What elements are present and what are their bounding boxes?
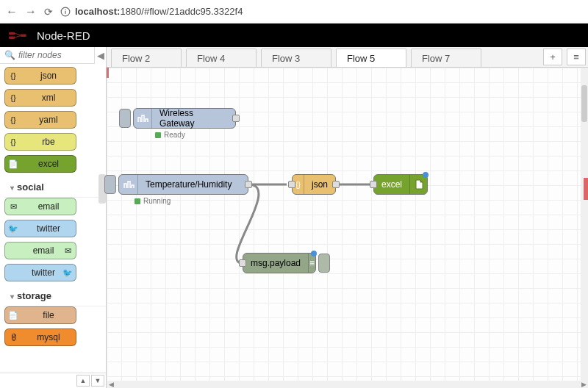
node-label: Wireless Gateway (152, 108, 235, 129)
palette-node-label: file (21, 310, 76, 320)
wireless-icon (134, 109, 152, 128)
palette-node-file[interactable]: 📄file (4, 306, 76, 324)
node-status: Running (135, 197, 171, 205)
twitter-icon: 🐦 (60, 265, 75, 281)
yaml-icon: {} (6, 112, 21, 128)
palette-up-button[interactable]: ▲ (76, 375, 90, 387)
excel-icon: 📄 (6, 156, 21, 172)
svg-rect-1 (65, 10, 65, 13)
palette-search[interactable]: 🔍 (0, 47, 94, 64)
add-tab-button[interactable]: + (543, 48, 562, 65)
svg-rect-5 (20, 35, 26, 37)
back-icon[interactable]: ← (6, 5, 18, 18)
changed-indicator (311, 251, 317, 256)
palette-node-yaml[interactable]: {}yaml (4, 111, 76, 129)
palette-node-label: twitter (21, 223, 76, 234)
palette-node-label: rbe (21, 137, 76, 147)
url-path: 1880/#flow/21addc95.3322f4 (120, 6, 243, 17)
palette-node-label: email (21, 201, 76, 212)
output-port[interactable] (232, 115, 240, 122)
debug-toggle-button[interactable] (318, 254, 330, 273)
input-port[interactable] (370, 181, 377, 188)
sensor-icon (119, 175, 138, 194)
email-icon: ✉ (6, 198, 21, 215)
tab-flow-4[interactable]: Flow 4 (186, 48, 257, 67)
input-port[interactable] (239, 259, 246, 267)
category-social[interactable]: social (4, 177, 106, 198)
tab-list-button[interactable]: ≡ (567, 48, 586, 65)
category-storage[interactable]: storage (4, 286, 106, 306)
output-port[interactable] (245, 181, 252, 188)
browser-toolbar: ← → ⟳ localhost:1880/#flow/21addc95.3322… (0, 0, 588, 24)
forward-icon[interactable]: → (25, 5, 37, 18)
changed-indicator (423, 172, 429, 178)
node-palette: 🔍 ◀ {}json{}xml{}yaml{}rbe📄excel social … (0, 47, 107, 388)
palette-node-excel[interactable]: 📄excel (4, 155, 76, 173)
mysql-icon: 🛢 (6, 329, 21, 345)
inject-button[interactable] (119, 109, 131, 128)
palette-node-mysql[interactable]: 🛢mysql (4, 328, 76, 346)
node-wireless-gateway[interactable]: Wireless Gateway (133, 108, 236, 129)
palette-node-xml[interactable]: {}xml (4, 89, 76, 107)
reload-icon[interactable]: ⟳ (44, 6, 53, 18)
flow-tabs: Flow 2Flow 4Flow 3Flow 5Flow 7 + ≡ (107, 47, 588, 68)
tab-flow-7[interactable]: Flow 7 (411, 48, 481, 67)
palette-footer: ▲ ▼ (0, 373, 106, 388)
canvas-marker (107, 68, 109, 78)
tab-flow-5[interactable]: Flow 5 (336, 48, 406, 67)
palette-node-email[interactable]: ✉email (4, 242, 76, 259)
node-debug[interactable]: msg.payload ≡ (243, 253, 316, 273)
canvas-scrollbar-h[interactable]: ◀▶ (107, 381, 588, 388)
json-icon: {} (6, 68, 21, 84)
palette-node-twitter[interactable]: 🐦twitter (4, 220, 76, 237)
palette-down-button[interactable]: ▼ (91, 375, 104, 387)
palette-node-label: mysql (21, 332, 76, 342)
app-title: Node-RED (37, 29, 90, 42)
file-icon: 📄 (6, 307, 21, 323)
tab-flow-3[interactable]: Flow 3 (261, 48, 331, 67)
rbe-icon: {} (6, 134, 21, 150)
canvas-scrollbar-v[interactable] (581, 68, 588, 388)
node-label: excel (374, 179, 409, 190)
app-logo-icon (9, 30, 29, 40)
output-port[interactable] (332, 181, 340, 188)
svg-rect-3 (9, 32, 15, 35)
node-label: json (304, 179, 335, 190)
inject-button[interactable] (104, 175, 116, 194)
app-header: Node-RED (0, 24, 588, 47)
sidebar-handle[interactable] (584, 178, 588, 200)
workspace: Flow 2Flow 4Flow 3Flow 5Flow 7 + ≡ Wirel… (107, 47, 588, 388)
address-bar[interactable]: localhost:1880/#flow/21addc95.3322f4 (60, 6, 243, 17)
palette-node-rbe[interactable]: {}rbe (4, 133, 76, 151)
input-port[interactable] (288, 181, 295, 188)
tab-flow-2[interactable]: Flow 2 (111, 48, 182, 67)
node-status: Ready (155, 131, 185, 139)
search-input[interactable] (18, 50, 90, 60)
palette-node-label: excel (21, 159, 76, 169)
url-host: localhost: (75, 6, 120, 17)
flow-canvas[interactable]: Wireless Gateway Ready Temperature/Humid… (107, 68, 588, 388)
node-temperature-humidity[interactable]: Temperature/Humidity (118, 174, 248, 195)
node-label: Temperature/Humidity (138, 179, 239, 190)
node-json[interactable]: {} json (292, 174, 336, 195)
palette-node-label: json (21, 71, 76, 81)
palette-node-json[interactable]: {}json (4, 67, 76, 85)
node-excel[interactable]: excel (373, 174, 428, 195)
node-label: msg.payload (243, 258, 308, 268)
palette-node-label: yaml (21, 115, 76, 125)
svg-rect-2 (65, 9, 65, 10)
twitter-icon: 🐦 (6, 220, 21, 237)
xml-icon: {} (6, 90, 21, 106)
search-icon: 🔍 (4, 50, 15, 60)
email-icon: ✉ (60, 242, 75, 259)
svg-rect-4 (9, 36, 15, 39)
palette-node-email[interactable]: ✉email (4, 198, 76, 215)
palette-node-twitter[interactable]: 🐦twitter (4, 264, 76, 281)
palette-collapse-button[interactable]: ◀ (94, 47, 106, 64)
info-icon (60, 7, 71, 17)
palette-node-label: xml (21, 93, 76, 103)
